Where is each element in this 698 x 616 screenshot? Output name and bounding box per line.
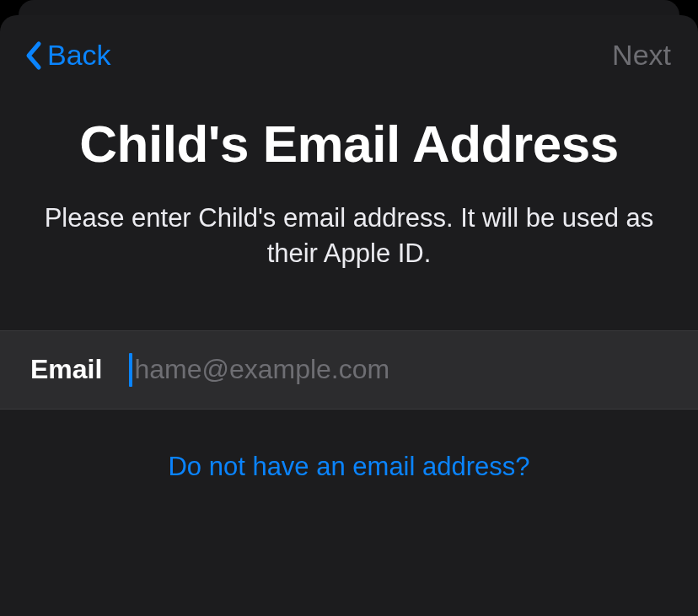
page-title: Child's Email Address <box>0 114 698 174</box>
no-email-link[interactable]: Do not have an email address? <box>168 452 529 481</box>
page-subtitle: Please enter Child's email address. It w… <box>0 201 698 271</box>
nav-bar: Back Next <box>0 15 698 88</box>
next-button[interactable]: Next <box>612 39 671 72</box>
content-area: Child's Email Address Please enter Child… <box>0 88 698 482</box>
email-label: Email <box>30 354 102 385</box>
alt-link-wrapper: Do not have an email address? <box>0 452 698 482</box>
input-wrapper <box>129 353 668 387</box>
email-input-row[interactable]: Email <box>0 330 698 410</box>
email-field[interactable] <box>134 354 668 385</box>
chevron-left-icon <box>24 40 42 71</box>
text-cursor <box>129 353 132 387</box>
sheet-stack: Back Next Child's Email Address Please e… <box>0 0 698 616</box>
modal-sheet: Back Next Child's Email Address Please e… <box>0 15 698 616</box>
back-label: Back <box>47 39 111 72</box>
next-label: Next <box>612 39 671 71</box>
back-button[interactable]: Back <box>24 39 111 72</box>
background-sheet <box>19 0 679 15</box>
